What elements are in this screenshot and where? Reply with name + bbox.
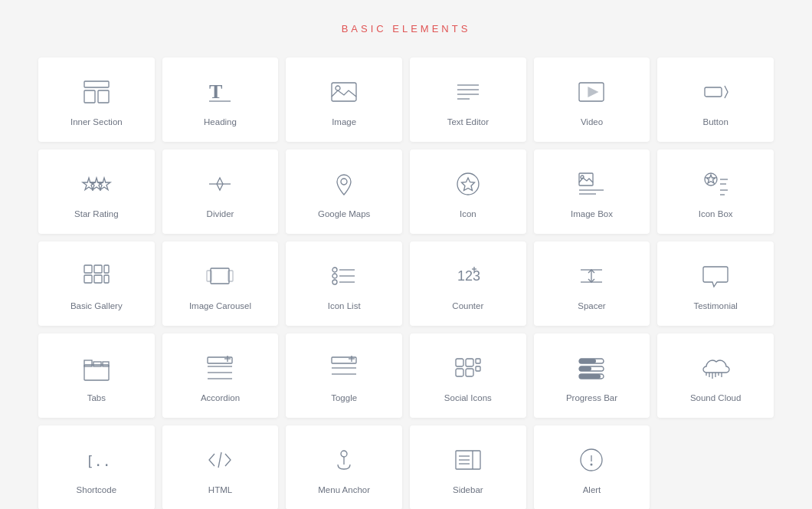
svg-rect-69 (466, 359, 473, 366)
sound-cloud-icon (699, 351, 732, 385)
svg-rect-32 (84, 265, 92, 273)
element-card-spacer[interactable]: Spacer (534, 241, 650, 326)
element-card-empty (657, 425, 774, 509)
element-card-basic-gallery[interactable]: Basic Gallery (38, 241, 155, 326)
image-icon (327, 75, 361, 109)
sidebar-icon (451, 443, 485, 477)
menu-anchor-label: Menu Anchor (318, 484, 370, 496)
icon-box-icon (699, 167, 732, 201)
svg-text:123: 123 (457, 268, 480, 284)
element-card-divider[interactable]: Divider (162, 149, 279, 234)
icon-list-label: Icon List (328, 300, 361, 312)
svg-point-19 (341, 179, 347, 185)
element-card-video[interactable]: Video (534, 57, 650, 142)
element-card-accordion[interactable]: Accordion (162, 333, 279, 418)
video-label: Video (581, 117, 603, 128)
inner-section-icon (80, 75, 113, 109)
svg-rect-33 (94, 265, 102, 273)
svg-rect-70 (456, 369, 463, 376)
element-card-star-rating[interactable]: Star Rating (38, 149, 155, 234)
element-card-menu-anchor[interactable]: Menu Anchor (286, 425, 402, 509)
image-carousel-icon (203, 259, 237, 293)
icon-list-icon (327, 259, 361, 293)
shortcode-label: Shortcode (77, 484, 116, 496)
page-title: BASIC ELEMENTS (342, 23, 471, 34)
svg-rect-35 (84, 275, 92, 283)
image-box-label: Image Box (571, 209, 613, 220)
svg-rect-73 (476, 366, 480, 371)
google-maps-label: Google Maps (318, 209, 370, 220)
accordion-icon (203, 351, 237, 385)
svg-rect-54 (84, 360, 92, 366)
element-card-heading[interactable]: T Heading (162, 57, 279, 142)
svg-rect-53 (84, 365, 109, 380)
svg-rect-2 (98, 90, 109, 103)
element-card-image[interactable]: Image (286, 57, 402, 142)
element-card-button[interactable]: Button (657, 57, 774, 142)
element-card-tabs[interactable]: Tabs (38, 333, 155, 418)
svg-rect-37 (104, 275, 109, 283)
menu-anchor-icon (327, 443, 361, 477)
svg-text:T: T (209, 80, 222, 103)
accordion-label: Accordion (201, 392, 240, 404)
google-maps-icon (327, 167, 361, 201)
element-card-google-maps[interactable]: Google Maps (286, 149, 402, 234)
element-card-inner-section[interactable]: Inner Section (38, 57, 155, 142)
svg-point-6 (336, 86, 340, 90)
element-card-testimonial[interactable]: Testimonial (657, 241, 774, 326)
svg-point-45 (332, 280, 337, 284)
star-rating-icon (80, 167, 113, 201)
element-card-progress-bar[interactable]: Progress Bar (534, 333, 650, 418)
divider-icon (203, 167, 237, 201)
element-card-image-box[interactable]: Image Box (534, 149, 650, 234)
element-card-toggle[interactable]: Toggle (286, 333, 402, 418)
sidebar-label: Sidebar (453, 484, 483, 496)
html-icon (203, 443, 237, 477)
svg-marker-12 (588, 87, 598, 97)
svg-rect-72 (476, 359, 480, 363)
element-card-icon-list[interactable]: Icon List (286, 241, 402, 326)
progress-bar-icon (575, 351, 608, 385)
svg-marker-21 (461, 178, 474, 191)
text-editor-icon (451, 75, 485, 109)
button-icon (699, 75, 732, 109)
social-icons-label: Social Icons (444, 392, 492, 404)
html-label: HTML (208, 484, 232, 496)
svg-point-20 (457, 173, 479, 195)
svg-rect-71 (466, 369, 473, 376)
shortcode-icon: [...] (80, 443, 113, 477)
element-card-html[interactable]: HTML (162, 425, 279, 509)
element-card-icon[interactable]: Icon (410, 149, 526, 234)
divider-label: Divider (207, 209, 234, 220)
element-card-icon-box[interactable]: Icon Box (657, 149, 774, 234)
svg-point-41 (332, 268, 337, 272)
svg-point-97 (591, 463, 593, 465)
element-card-alert[interactable]: Alert (534, 425, 650, 509)
image-label: Image (332, 117, 356, 128)
svg-rect-34 (104, 265, 109, 273)
svg-rect-36 (94, 275, 102, 283)
element-card-sidebar[interactable]: Sidebar (410, 425, 526, 509)
toggle-label: Toggle (331, 392, 357, 404)
svg-text:[...]: [...] (86, 453, 113, 469)
element-card-shortcode[interactable]: [...] Shortcode (38, 425, 155, 509)
image-box-icon (575, 167, 608, 201)
svg-rect-38 (211, 268, 229, 284)
element-card-sound-cloud[interactable]: Sound Cloud (657, 333, 774, 418)
video-icon (575, 75, 608, 109)
icon-box-label: Icon Box (699, 209, 733, 220)
element-card-image-carousel[interactable]: Image Carousel (162, 241, 279, 326)
element-card-text-editor[interactable]: Text Editor (410, 57, 526, 142)
icon-icon (451, 167, 485, 201)
spacer-label: Spacer (578, 300, 605, 312)
svg-rect-5 (332, 83, 356, 101)
element-card-social-icons[interactable]: Social Icons (410, 333, 526, 418)
svg-rect-75 (579, 359, 596, 363)
testimonial-icon (699, 259, 732, 293)
svg-rect-13 (705, 87, 722, 97)
image-carousel-label: Image Carousel (189, 300, 251, 312)
svg-point-23 (581, 176, 584, 179)
element-card-counter[interactable]: 123 Counter (410, 241, 526, 326)
basic-gallery-icon (80, 259, 113, 293)
svg-rect-63 (332, 357, 356, 363)
